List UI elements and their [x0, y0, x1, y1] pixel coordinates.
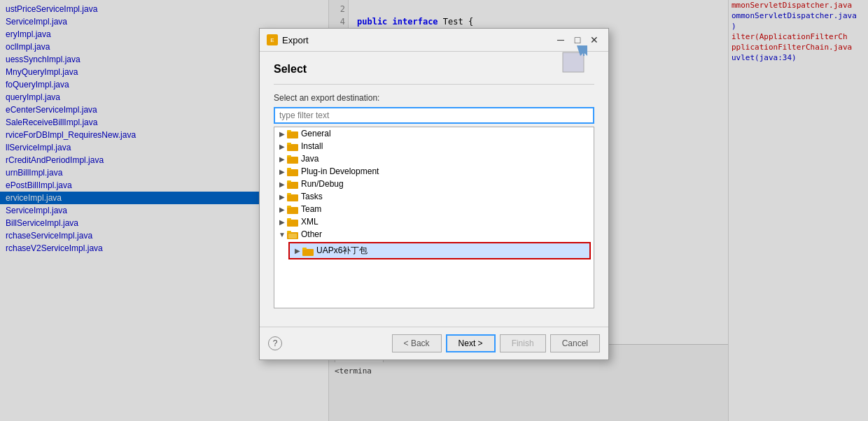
svg-rect-10 — [287, 157, 298, 164]
tree-item-label: Other — [301, 229, 322, 239]
svg-rect-23 — [287, 231, 291, 233]
svg-rect-24 — [288, 234, 297, 238]
export-icon — [559, 42, 594, 77]
svg-rect-14 — [287, 182, 298, 189]
tree-item-rundebug[interactable]: ▶ Run/Debug — [274, 178, 594, 190]
svg-rect-21 — [287, 218, 291, 220]
folder-icon — [287, 179, 298, 189]
chevron-down-icon: ▼ — [277, 231, 287, 238]
folder-icon — [287, 154, 298, 164]
svg-rect-19 — [287, 206, 291, 208]
footer-left: ? — [268, 336, 282, 350]
folder-icon — [287, 141, 298, 151]
tree-item-label: Team — [301, 204, 321, 214]
svg-rect-16 — [287, 194, 298, 201]
section-title: Select — [274, 63, 307, 76]
chevron-icon: ▶ — [277, 206, 287, 213]
tree-item-tasks[interactable]: ▶ Tasks — [274, 190, 594, 203]
tree-item-label: Install — [301, 141, 323, 151]
tree-item-label: Plug-in Development — [301, 166, 379, 176]
cancel-button[interactable]: Cancel — [550, 334, 600, 352]
svg-rect-7 — [287, 130, 291, 132]
tree-item-label: XML — [301, 217, 318, 227]
folder-icon — [287, 192, 298, 201]
svg-rect-25 — [302, 249, 314, 256]
chevron-icon: ▶ — [293, 247, 302, 255]
tree-item-label: UAPx6补丁包 — [316, 245, 368, 257]
titlebar-left: E Export — [267, 34, 309, 45]
svg-rect-11 — [287, 155, 291, 157]
svg-rect-8 — [287, 144, 298, 151]
next-button[interactable]: Next > — [446, 334, 496, 352]
svg-text:E: E — [270, 37, 274, 43]
tree-item-label: General — [301, 129, 331, 138]
tree-item-uapx6[interactable]: ▶ UAPx6补丁包 — [290, 243, 589, 258]
tree-item-plugin[interactable]: ▶ Plug-in Development — [274, 165, 594, 178]
footer-right: < Back Next > Finish Cancel — [392, 334, 600, 352]
folder-icon — [287, 217, 298, 227]
chevron-icon: ▶ — [277, 155, 287, 163]
tree-item-general[interactable]: ▶ General — [274, 127, 594, 140]
chevron-icon: ▶ — [277, 130, 287, 138]
export-title-icon: E — [267, 34, 278, 45]
modal-title: Export — [282, 35, 309, 45]
chevron-icon: ▶ — [277, 193, 287, 201]
tree-item-other[interactable]: ▼ Other — [274, 228, 594, 241]
modal-body: Select Select an export destination: ▶ — [260, 52, 608, 327]
tree-item-label: Tasks — [301, 192, 323, 201]
svg-rect-13 — [287, 168, 291, 170]
svg-rect-15 — [287, 180, 291, 183]
tree-item-xml[interactable]: ▶ XML — [274, 215, 594, 228]
tree-item-install[interactable]: ▶ Install — [274, 140, 594, 152]
help-button[interactable]: ? — [268, 336, 282, 350]
svg-rect-18 — [287, 207, 298, 214]
modal-footer: ? < Back Next > Finish Cancel — [260, 327, 608, 359]
export-label: Select an export destination: — [274, 93, 594, 103]
modal-overlay: E Export ─ □ ✕ Select — [0, 0, 868, 421]
folder-open-icon — [287, 229, 298, 239]
folder-icon — [302, 246, 314, 256]
chevron-icon: ▶ — [277, 168, 287, 176]
tree-item-label: Java — [301, 154, 318, 164]
folder-icon — [287, 129, 298, 138]
back-button[interactable]: < Back — [392, 334, 442, 352]
folder-icon — [287, 166, 298, 176]
chevron-icon: ▶ — [277, 218, 287, 226]
export-dialog: E Export ─ □ ✕ Select — [259, 28, 609, 360]
chevron-icon: ▶ — [277, 180, 287, 188]
filter-input[interactable] — [274, 107, 594, 124]
tree-item-java[interactable]: ▶ Java — [274, 152, 594, 165]
tree-item-team[interactable]: ▶ Team — [274, 203, 594, 215]
tree-item-label: Run/Debug — [301, 179, 344, 189]
svg-rect-20 — [287, 220, 298, 227]
finish-button[interactable]: Finish — [500, 334, 546, 352]
svg-rect-17 — [287, 193, 291, 195]
svg-rect-9 — [287, 143, 291, 145]
tree-container[interactable]: ▶ General ▶ — [274, 127, 594, 308]
svg-rect-26 — [302, 248, 307, 250]
modal-titlebar: E Export ─ □ ✕ — [260, 29, 608, 52]
chevron-icon: ▶ — [277, 143, 287, 150]
svg-rect-12 — [287, 169, 298, 176]
folder-icon — [287, 204, 298, 214]
